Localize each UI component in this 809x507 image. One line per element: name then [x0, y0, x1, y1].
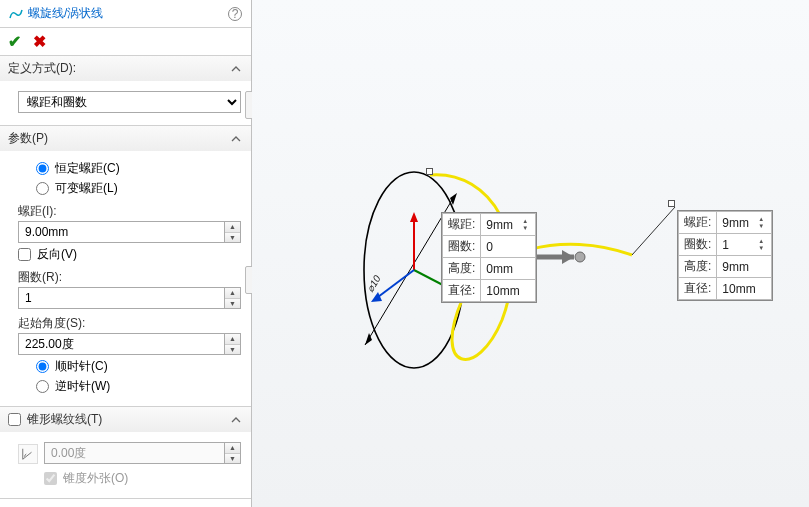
c2-height-value: 9mm [717, 256, 772, 278]
taper-outward-label: 锥度外张(O) [63, 470, 128, 487]
variable-pitch-radio[interactable] [36, 182, 49, 195]
helix-end-handle[interactable] [668, 200, 675, 207]
pitch-spinner: ▲▼ [18, 221, 241, 243]
c2-pitch-label: 螺距: [679, 212, 717, 234]
params-header[interactable]: 参数(P) [0, 126, 251, 151]
svg-line-10 [374, 270, 414, 300]
c2-dia-value: 10mm [717, 278, 772, 300]
ok-button[interactable]: ✔ [8, 32, 21, 51]
variable-pitch-label: 可变螺距(L) [55, 180, 118, 197]
svg-text:?: ? [232, 6, 239, 20]
taper-up-button: ▲ [225, 443, 240, 454]
start-angle-input[interactable] [18, 333, 225, 355]
c2-dia-label: 直径: [679, 278, 717, 300]
constant-pitch-radio[interactable] [36, 162, 49, 175]
revolutions-label: 圈数(R): [18, 269, 241, 286]
cw-radio[interactable] [36, 360, 49, 373]
svg-point-14 [575, 252, 585, 262]
taper-input [44, 442, 225, 464]
ccw-radio[interactable] [36, 380, 49, 393]
chevron-up-icon [229, 132, 243, 146]
confirm-bar: ✔ ✖ [0, 28, 251, 56]
help-icon[interactable]: ? [227, 6, 243, 22]
c1-pitch-label: 螺距: [443, 214, 481, 236]
cancel-button[interactable]: ✖ [33, 32, 46, 51]
angle-up-button[interactable]: ▲ [225, 334, 240, 345]
c1-pitch-down[interactable]: ▼ [520, 225, 530, 232]
c2-height-label: 高度: [679, 256, 717, 278]
rev-down-button[interactable]: ▼ [225, 299, 240, 309]
pitch-input[interactable] [18, 221, 225, 243]
c1-pitch-up[interactable]: ▲ [520, 218, 530, 225]
ccw-label: 逆时针(W) [55, 378, 110, 395]
svg-marker-7 [410, 212, 418, 222]
start-angle-spinner: ▲▼ [18, 333, 241, 355]
graphics-viewport[interactable]: ⌀10 螺距:9mm▲▼ 圈数:0 高度:0mm 直径:10mm 螺距:9mm▲… [252, 0, 809, 507]
c1-rev-value: 0 [481, 236, 536, 258]
constant-pitch-label: 恒定螺距(C) [55, 160, 120, 177]
revolutions-spinner: ▲▼ [18, 287, 241, 309]
c2-pitch-up[interactable]: ▲ [756, 216, 766, 223]
c2-rev-up[interactable]: ▲ [756, 238, 766, 245]
taper-label: 锥形螺纹线(T) [27, 411, 229, 428]
taper-spinner: ▲▼ [44, 442, 241, 464]
reverse-label: 反向(V) [37, 246, 77, 263]
callout-end: 螺距:9mm▲▼ 圈数:1▲▼ 高度:9mm 直径:10mm [677, 210, 773, 301]
c2-rev-down[interactable]: ▼ [756, 245, 766, 252]
taper-section: 锥形螺纹线(T) ▲▼ 锥度外张(O) [0, 407, 251, 499]
taper-down-button: ▼ [225, 454, 240, 464]
params-label: 参数(P) [8, 130, 229, 147]
params-section: 参数(P) 恒定螺距(C) 可变螺距(L) 螺距(I): ▲▼ 反向(V) 圈数… [0, 126, 251, 407]
svg-marker-13 [562, 250, 574, 264]
taper-angle-icon [18, 444, 38, 464]
c2-rev-value[interactable]: 1 [722, 238, 750, 252]
taper-checkbox[interactable] [8, 413, 21, 426]
define-header[interactable]: 定义方式(D): [0, 56, 251, 81]
rev-up-button[interactable]: ▲ [225, 288, 240, 299]
svg-line-15 [632, 207, 675, 255]
angle-down-button[interactable]: ▼ [225, 345, 240, 355]
reverse-checkbox[interactable] [18, 248, 31, 261]
c1-height-value: 0mm [481, 258, 536, 280]
c1-dia-value: 10mm [481, 280, 536, 302]
helix-start-handle[interactable] [426, 168, 433, 175]
c2-pitch-value[interactable]: 9mm [722, 216, 750, 230]
taper-outward-checkbox [44, 472, 57, 485]
callout-start: 螺距:9mm▲▼ 圈数:0 高度:0mm 直径:10mm [441, 212, 537, 303]
pitch-label: 螺距(I): [18, 203, 241, 220]
cw-label: 顺时针(C) [55, 358, 108, 375]
define-label: 定义方式(D): [8, 60, 229, 77]
define-section: 定义方式(D): 螺距和圈数 [0, 56, 251, 126]
panel-title: 螺旋线/涡状线 [28, 5, 227, 22]
pitch-up-button[interactable]: ▲ [225, 222, 240, 233]
start-angle-label: 起始角度(S): [18, 315, 241, 332]
c2-rev-label: 圈数: [679, 234, 717, 256]
taper-header[interactable]: 锥形螺纹线(T) [0, 407, 251, 432]
revolutions-input[interactable] [18, 287, 225, 309]
chevron-up-icon [229, 413, 243, 427]
chevron-up-icon [229, 62, 243, 76]
c1-pitch-value[interactable]: 9mm [486, 218, 514, 232]
pitch-down-button[interactable]: ▼ [225, 233, 240, 243]
c1-rev-label: 圈数: [443, 236, 481, 258]
define-method-select[interactable]: 螺距和圈数 [18, 91, 241, 113]
panel-header: 螺旋线/涡状线 ? [0, 0, 251, 28]
c1-dia-label: 直径: [443, 280, 481, 302]
helix-icon [8, 6, 24, 22]
property-panel: 螺旋线/涡状线 ? ✔ ✖ 定义方式(D): 螺距和圈数 参数(P) 恒定螺距(… [0, 0, 252, 507]
c1-height-label: 高度: [443, 258, 481, 280]
c2-pitch-down[interactable]: ▼ [756, 223, 766, 230]
